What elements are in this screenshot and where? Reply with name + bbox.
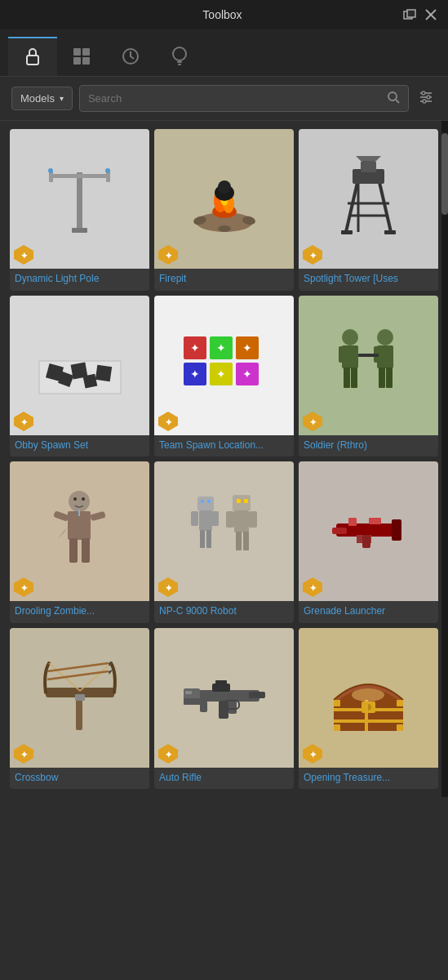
svg-text:✦: ✦	[216, 368, 226, 381]
search-input[interactable]	[88, 92, 387, 105]
scrollbar-thumb[interactable]	[441, 133, 448, 215]
list-item[interactable]: ✦ Soldier (Rthro)	[299, 296, 438, 457]
svg-point-17	[422, 91, 425, 95]
svg-point-19	[423, 100, 426, 103]
svg-rect-164	[365, 700, 368, 731]
svg-rect-78	[352, 346, 358, 363]
search-box[interactable]	[79, 85, 409, 112]
toolbar: Models ▾	[0, 77, 448, 121]
restore-button[interactable]	[402, 7, 417, 22]
scrollbar-track[interactable]	[441, 121, 448, 797]
svg-rect-143	[249, 692, 265, 698]
items-grid: ✦ Dynamic Light Pole	[0, 121, 448, 797]
item-label: Obby Spawn Set	[10, 435, 149, 457]
svg-rect-95	[53, 510, 69, 522]
svg-rect-85	[379, 368, 385, 388]
svg-rect-50	[384, 230, 396, 234]
list-item[interactable]: ✦ Crossbow	[10, 628, 149, 790]
svg-rect-160	[334, 700, 340, 706]
tab-recent[interactable]	[106, 37, 155, 76]
svg-point-12	[388, 92, 397, 100]
svg-rect-106	[200, 530, 205, 548]
svg-point-91	[73, 497, 77, 501]
svg-rect-151	[200, 701, 207, 712]
svg-text:✦: ✦	[20, 583, 28, 593]
svg-point-18	[427, 96, 430, 99]
filter-icon[interactable]	[415, 87, 437, 110]
svg-point-81	[377, 329, 393, 345]
item-label: Auto Rifle	[154, 768, 294, 790]
svg-rect-96	[90, 510, 105, 520]
list-item[interactable]: ✦ Opening Treasure...	[299, 628, 438, 790]
category-dropdown[interactable]: Models ▾	[11, 87, 73, 110]
svg-text:✦: ✦	[165, 417, 172, 427]
svg-text:✦: ✦	[165, 750, 172, 760]
tab-bar	[0, 29, 448, 77]
svg-rect-84	[387, 346, 393, 363]
badge-icon: ✦	[13, 411, 34, 432]
tab-suggestions[interactable]	[155, 37, 204, 76]
item-label: Grenade Launcher	[299, 601, 438, 623]
item-label: Opening Treasure...	[299, 768, 438, 790]
svg-rect-7	[73, 57, 81, 65]
item-label: Dynamic Light Pole	[10, 269, 149, 291]
list-item[interactable]: ✦ Dynamic Light Pole	[10, 129, 149, 291]
svg-rect-148	[215, 680, 227, 685]
badge-icon: ✦	[302, 743, 323, 764]
badge-icon: ✦	[157, 743, 179, 764]
svg-rect-56	[95, 365, 111, 381]
list-item[interactable]: ✦ Auto Rifle	[154, 628, 294, 790]
tab-inventory[interactable]	[57, 37, 106, 76]
badge-icon: ✦	[157, 244, 179, 265]
item-label: Soldier (Rthro)	[299, 435, 438, 457]
close-button[interactable]	[424, 7, 438, 22]
svg-line-13	[396, 100, 399, 103]
svg-text:✦: ✦	[242, 341, 252, 354]
list-item[interactable]: ✦ Firepit	[154, 129, 294, 291]
svg-rect-128	[362, 535, 370, 548]
item-label: Firepit	[154, 269, 294, 291]
badge-icon: ✦	[302, 244, 323, 265]
svg-rect-4	[27, 56, 38, 65]
tab-marketplace[interactable]	[8, 37, 57, 76]
list-item[interactable]: ✦ Spotlight Tower [Uses	[299, 129, 438, 291]
svg-text:✦: ✦	[190, 341, 200, 354]
svg-marker-138	[109, 670, 113, 675]
list-item[interactable]: ✦ Grenade Launcher	[299, 461, 438, 623]
svg-rect-102	[197, 497, 214, 511]
badge-icon: ✦	[13, 244, 34, 265]
items-scroll-area[interactable]: ✦ Dynamic Light Pole	[0, 121, 448, 797]
svg-rect-110	[233, 495, 251, 511]
item-label: Team Spawn Location...	[154, 435, 294, 457]
list-item[interactable]: ✦ Obby Spawn Set	[10, 296, 149, 457]
svg-text:✦: ✦	[309, 583, 317, 593]
svg-rect-121	[392, 519, 401, 541]
svg-point-92	[82, 497, 85, 501]
svg-text:✦: ✦	[309, 417, 317, 427]
title-bar: Toolbox	[0, 0, 448, 29]
list-item[interactable]: ✦ ✦ ✦ ✦ ✦ ✦ ✦ Team Spawn Location...	[154, 296, 294, 457]
dropdown-label: Models	[20, 92, 55, 105]
search-icon[interactable]	[387, 91, 400, 106]
svg-rect-26	[72, 228, 87, 233]
list-item[interactable]: ✦ Drooling Zombie...	[10, 461, 149, 623]
svg-rect-21	[49, 174, 110, 178]
svg-rect-122	[332, 528, 347, 534]
svg-rect-152	[185, 691, 192, 694]
svg-rect-116	[237, 499, 241, 503]
svg-rect-5	[73, 48, 81, 56]
svg-line-137	[47, 663, 109, 671]
svg-rect-87	[358, 354, 379, 357]
svg-rect-161	[397, 700, 403, 706]
svg-rect-105	[211, 511, 219, 526]
svg-rect-124	[357, 535, 360, 543]
svg-rect-86	[386, 368, 393, 388]
list-item[interactable]: ✦ NP-C 9000 Robot	[154, 461, 294, 623]
svg-rect-115	[243, 532, 249, 550]
svg-point-24	[48, 168, 53, 173]
svg-rect-58	[82, 374, 97, 389]
svg-line-42	[379, 179, 391, 232]
svg-rect-6	[82, 48, 90, 56]
badge-icon: ✦	[157, 411, 179, 432]
svg-point-165	[352, 688, 384, 702]
